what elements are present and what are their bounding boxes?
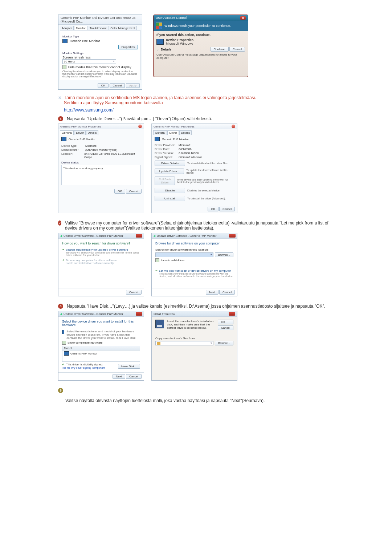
cancel-button[interactable]: Cancel <box>126 290 142 295</box>
search-location-label: Search for driver software in this locat… <box>155 248 233 251</box>
option-subtitle: Windows will search your computer and th… <box>66 251 140 256</box>
step7-badge: 7 <box>58 220 61 226</box>
have-disk-button[interactable]: Have Disk... <box>118 364 140 369</box>
window-title: Generic PnP Monitor and NVIDIA GeForce 6… <box>58 15 142 25</box>
tab-driver[interactable]: Driver <box>74 130 85 135</box>
device-status-label: Device status <box>61 161 141 164</box>
close-icon[interactable] <box>229 312 235 316</box>
tab-troubleshoot[interactable]: Troubleshoot <box>88 26 108 30</box>
wizard-crumb: Update Driver Software - Generic PnP Mon… <box>64 312 123 316</box>
show-compatible-label: Show compatible hardware <box>68 341 103 344</box>
location-input[interactable]: ▾ <box>155 252 213 257</box>
model-row[interactable]: Generic PnP Monitor <box>62 351 140 356</box>
next-button[interactable]: Next <box>113 374 125 379</box>
panel-title-text: Generic PnP Monitor Properties <box>60 125 101 128</box>
tab-general[interactable]: General <box>60 130 74 135</box>
back-icon[interactable]: ◀ <box>153 234 155 238</box>
cancel-button[interactable]: Cancel <box>110 83 125 88</box>
ok-button[interactable]: OK <box>218 320 233 324</box>
properties-driver-window: Generic PnP Monitor Properties General D… <box>151 123 237 213</box>
hide-modes-label: Hide modes that this monitor cannot disp… <box>68 65 131 69</box>
hide-modes-description: Clearing this check box allows you to se… <box>62 70 138 78</box>
uninstall-button[interactable]: Uninstall <box>155 196 185 201</box>
driver-details-button[interactable]: Driver Details <box>155 161 185 166</box>
signing-info-link[interactable]: Tell me why driver signing is important <box>62 366 105 369</box>
tab-color-management[interactable]: Color Management <box>109 26 137 30</box>
close-icon[interactable]: X <box>240 16 246 20</box>
apply-button[interactable]: Apply <box>126 83 140 88</box>
back-icon[interactable]: ◀ <box>60 234 62 238</box>
chevron-down-icon[interactable]: ⌄ <box>156 48 159 51</box>
close-icon[interactable] <box>229 234 236 238</box>
browse-button[interactable]: Browse... <box>215 252 233 257</box>
info-icon: ✕ <box>58 95 62 100</box>
tab-monitor[interactable]: Monitor <box>74 26 87 30</box>
ok-button[interactable]: OK <box>98 83 109 88</box>
chevron-down-icon: ▾ <box>211 342 212 345</box>
update-driver-wizard-search: ◀ Update Driver Software - Generic PnP M… <box>58 233 144 296</box>
tab-adapter[interactable]: Adapter <box>60 26 74 30</box>
close-icon[interactable] <box>136 312 142 316</box>
tab-details[interactable]: Details <box>179 130 192 135</box>
model-column-header: Model <box>62 346 140 351</box>
rollback-driver-button[interactable]: Roll Back Driver <box>155 177 175 185</box>
certification-note: ✕Tämä monitorin ajuri on sertifioidun MS… <box>58 95 334 113</box>
monitor-type-value: Generic PnP Monitor <box>70 39 100 43</box>
signer-key: Digital Signer: <box>155 155 176 159</box>
cancel-button[interactable]: Cancel <box>126 189 142 194</box>
copy-from-input[interactable]: ▾ <box>155 341 213 345</box>
option-search-automatically[interactable]: Search automatically for updated driver … <box>62 248 140 256</box>
tab-details[interactable]: Details <box>86 130 98 135</box>
step7-text: Valitse "Browse my computer for driver s… <box>65 220 334 231</box>
monitor-properties-window: Generic PnP Monitor and NVIDIA GeForce 6… <box>58 15 142 90</box>
signed-label: This driver is digitally signed. <box>66 363 103 366</box>
include-subfolders-checkbox[interactable] <box>155 258 159 262</box>
panel-title-text: Generic PnP Monitor Properties <box>154 125 195 128</box>
option-browse-computer[interactable]: Browse my computer for driver software L… <box>62 259 140 264</box>
uac-if-started: If you started this action, continue. <box>156 33 245 37</box>
next-button[interactable]: Next <box>206 290 218 295</box>
uac-details-toggle[interactable]: Details <box>161 48 172 51</box>
refresh-rate-label: Screen refresh rate: <box>62 56 138 59</box>
step8-badge: 8 <box>58 304 63 309</box>
install-from-disk-dialog: Install From Disk Insert the manufacture… <box>151 311 237 381</box>
back-icon[interactable]: ◀ <box>60 312 62 316</box>
continue-button[interactable]: Continue <box>211 47 229 52</box>
uac-device-properties: Device Properties <box>166 38 193 42</box>
cancel-button[interactable]: Cancel <box>126 374 142 379</box>
manufacturer-value: (Standard monitor types) <box>85 148 117 151</box>
cancel-button[interactable]: Cancel <box>229 47 245 52</box>
window-controls[interactable] <box>232 125 235 128</box>
chevron-down-icon: ▾ <box>113 60 115 63</box>
tab-driver[interactable]: Driver <box>167 130 179 135</box>
cancel-button[interactable]: Cancel <box>219 290 235 295</box>
monitor-icon <box>61 137 66 141</box>
props-heading: Generic PnP Monitor <box>69 138 95 141</box>
disable-button[interactable]: Disable <box>155 188 185 193</box>
ok-button[interactable]: OK <box>208 207 219 211</box>
refresh-rate-select[interactable]: 60 Hertz ▾ <box>62 59 116 64</box>
note-line1: Tämä monitorin ajuri on sertifioidun MS-… <box>64 95 256 100</box>
update-driver-wizard-browse: ◀ Update Driver Software - Generic PnP M… <box>151 233 237 296</box>
browse-button[interactable]: Browse... <box>215 341 233 345</box>
hide-modes-checkbox[interactable] <box>62 65 66 69</box>
show-compatible-checkbox[interactable] <box>62 341 66 345</box>
close-icon[interactable] <box>136 234 142 238</box>
cancel-button[interactable]: Cancel <box>218 325 233 330</box>
samsung-link[interactable]: http://www.samsung.com/ <box>64 108 114 113</box>
window-controls[interactable] <box>138 125 142 128</box>
ok-button[interactable]: OK <box>114 189 125 194</box>
option-title: Search automatically for updated driver … <box>66 248 140 251</box>
update-driver-wizard-select: ◀ Update Driver Software - Generic PnP M… <box>58 311 144 381</box>
props-heading: Generic PnP Monitor <box>162 138 189 141</box>
cancel-button[interactable]: Cancel <box>219 207 235 211</box>
properties-button[interactable]: Properties <box>118 45 138 49</box>
tab-general[interactable]: General <box>153 130 167 135</box>
model-name: Generic PnP Monitor <box>70 352 97 355</box>
update-driver-button[interactable]: Update Driver... <box>155 169 184 174</box>
option-let-me-pick[interactable]: Let me pick from a list of device driver… <box>155 269 233 278</box>
wizard-crumb: Update Driver Software - Generic PnP Mon… <box>157 234 216 238</box>
date-value: 6/21/2006 <box>179 147 192 151</box>
uac-dialog: User Account Control X Windows needs you… <box>153 15 248 77</box>
properties-general-window: Generic PnP Monitor Properties General D… <box>58 123 144 213</box>
